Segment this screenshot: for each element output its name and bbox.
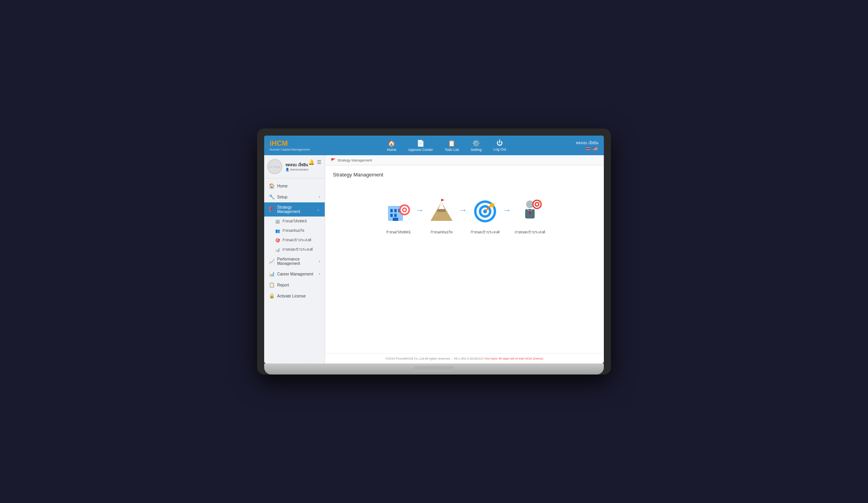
sidebar-mission-label: กำหนดพันธกิจ (282, 228, 304, 233)
sidebar: no image ทดสอบ เอ็ชอิน 👤 Administrator 🔔… (264, 155, 325, 363)
nav-logout-label: Log Out (493, 147, 506, 151)
transfer-svg-icon (517, 198, 543, 225)
sidebar-subitem-goal[interactable]: 🎯 กำหนดเป้าประสงค์ (264, 235, 325, 245)
sidebar-role: 👤 Administrator (285, 168, 322, 171)
flow-step-mission[interactable]: กำหนดพันธกิจ (427, 197, 456, 235)
nav-todo[interactable]: 📋 Todo List (445, 140, 459, 152)
sidebar-career-label: Career Management (277, 272, 313, 276)
sidebar-item-performance[interactable]: 📈 Performance Management › (264, 254, 325, 268)
mission-icon-box (427, 197, 456, 226)
copyright-text: ©2014 ProsoftHCM Co.,Ltd All rights rese… (386, 357, 484, 360)
svg-marker-13 (438, 202, 445, 209)
sidebar-report-label: Report (277, 283, 289, 287)
nav-approve-label: Approve Center (408, 148, 433, 152)
transfer-icon-box (516, 197, 544, 226)
flag-us: 🇺🇸 (592, 147, 598, 151)
nav-setting-label: Setting (471, 148, 482, 152)
nav-user: ทดสอบ เอ็ชอิน 🇹🇭 🇺🇸 (576, 140, 598, 151)
breadcrumb: 🚩 Strategy Management (325, 155, 604, 165)
laptop-base (264, 363, 604, 374)
flow-step-goal[interactable]: กำหนดเป้าประสงค์ (471, 197, 500, 235)
performance-sidebar-icon: 📈 (269, 259, 274, 264)
report-sidebar-icon: 📋 (269, 282, 274, 288)
vision-icon-box (384, 197, 412, 226)
license-sidebar-icon: 🔒 (269, 293, 274, 299)
brand-logo: iHCM Human Capital Management (270, 140, 317, 152)
career-chevron-icon: › (319, 272, 320, 276)
home-sidebar-icon: 🏠 (269, 183, 274, 189)
strategy-chevron-icon: ⌄ (317, 207, 320, 211)
sidebar-performance-label: Performance Management (277, 257, 316, 266)
brand-subtitle: Human Capital Management (270, 148, 310, 152)
sidebar-vision-label: กำหนดวิสัยทัศน์ (282, 218, 307, 224)
sidebar-transfer-label: ถ่ายทอดเป้าประสงค์ (282, 247, 313, 252)
mission-icon: 👥 (275, 229, 280, 233)
main-layout: no image ทดสอบ เอ็ชอิน 👤 Administrator 🔔… (264, 155, 604, 363)
top-navigation: iHCM Human Capital Management 🏠 Home 📄 A… (264, 136, 604, 155)
svg-marker-15 (441, 199, 445, 201)
nav-setting[interactable]: ⚙️ Setting (471, 140, 482, 152)
flow-step-transfer[interactable]: ถ่ายทอดเป้าประสงค์ (515, 197, 545, 235)
nav-logout[interactable]: ⏻ Log Out (493, 140, 506, 151)
sidebar-subitem-vision[interactable]: 🏢 กำหนดวิสัยทัศน์ (264, 217, 325, 226)
content-area: Strategy Management (325, 165, 604, 353)
nav-home-label: Home (387, 148, 396, 152)
sidebar-item-report[interactable]: 📋 Report (264, 279, 325, 290)
flow-diagram: กำหนดวิสัยทัศน์ → (333, 189, 596, 243)
sidebar-strategy-label: Strategy Management (277, 205, 314, 214)
performance-chevron-icon: › (319, 259, 320, 263)
flag-thai: 🇹🇭 (585, 147, 591, 151)
trackpad (414, 366, 454, 372)
arrow-3: → (503, 205, 511, 215)
nav-items: 🏠 Home 📄 Approve Center 📋 Todo List ⚙️ S… (317, 140, 576, 152)
sidebar-item-home[interactable]: 🏠 Home (264, 180, 325, 191)
bell-icon[interactable]: 🔔 (308, 159, 314, 165)
strategy-sidebar-icon: 🚩 (269, 207, 274, 212)
nav-todo-label: Todo List (445, 148, 459, 152)
vision-label: กำหนดวิสัยทัศน์ (386, 229, 410, 235)
main-content: 🚩 Strategy Management Strategy Managemen… (325, 155, 604, 363)
arrow-1: → (416, 205, 424, 215)
career-sidebar-icon: 📊 (269, 271, 274, 277)
menu-icon[interactable]: ☰ (317, 159, 322, 165)
page-title: Strategy Management (333, 172, 596, 178)
arrow-2: → (459, 205, 467, 215)
flow-step-vision[interactable]: กำหนดวิสัยทัศน์ (384, 197, 412, 235)
nav-username: ทดสอบ เอ็ชอิน (576, 140, 598, 146)
sidebar-license-label: Activate License (277, 294, 306, 298)
goal-svg-icon (472, 198, 498, 225)
transfer-label: ถ่ายทอดเป้าประสงค์ (515, 229, 545, 235)
todo-icon: 📋 (448, 140, 456, 147)
approve-icon: 📄 (417, 140, 425, 147)
vision-icon: 🏢 (275, 219, 280, 224)
brand-name: iHCM (270, 140, 288, 148)
nav-approve[interactable]: 📄 Approve Center (408, 140, 433, 152)
sidebar-item-license[interactable]: 🔒 Activate License (264, 290, 325, 301)
goal-icon: 🎯 (275, 238, 280, 242)
sidebar-item-setup[interactable]: 🔧 Setup › (264, 191, 325, 202)
svg-rect-5 (394, 214, 397, 217)
trial-text: You have 49 days left of trial HCM (Demo… (484, 357, 543, 360)
svg-rect-1 (390, 209, 393, 212)
setting-icon: ⚙️ (472, 140, 480, 147)
sidebar-icons: 🔔 ☰ (308, 159, 322, 165)
sidebar-subitem-transfer[interactable]: 📊 ถ่ายทอดเป้าประสงค์ (264, 245, 325, 254)
svg-rect-4 (390, 214, 393, 217)
sidebar-user-panel: no image ทดสอบ เอ็ชอิน 👤 Administrator 🔔… (264, 155, 325, 178)
nav-home[interactable]: 🏠 Home (387, 140, 396, 152)
setup-chevron-icon: › (319, 195, 320, 199)
sidebar-item-career[interactable]: 📊 Career Management › (264, 268, 325, 279)
sidebar-item-strategy[interactable]: 🚩 Strategy Management ⌄ (264, 202, 325, 217)
mission-svg-icon (428, 198, 455, 225)
breadcrumb-text: Strategy Management (337, 158, 372, 162)
mission-label: กำหนดพันธกิจ (430, 229, 452, 235)
sidebar-subitem-mission[interactable]: 👥 กำหนดพันธกิจ (264, 226, 325, 235)
sidebar-goal-label: กำหนดเป้าประสงค์ (282, 237, 311, 243)
sidebar-menu: 🏠 Home 🔧 Setup › 🚩 Strategy Management ⌄ (264, 178, 325, 303)
breadcrumb-icon: 🚩 (331, 158, 335, 162)
goal-label: กำหนดเป้าประสงค์ (471, 229, 500, 235)
sidebar-setup-label: Setup (277, 195, 287, 199)
logout-icon: ⏻ (497, 140, 503, 147)
goal-icon-box (471, 197, 499, 226)
svg-rect-6 (393, 218, 398, 221)
